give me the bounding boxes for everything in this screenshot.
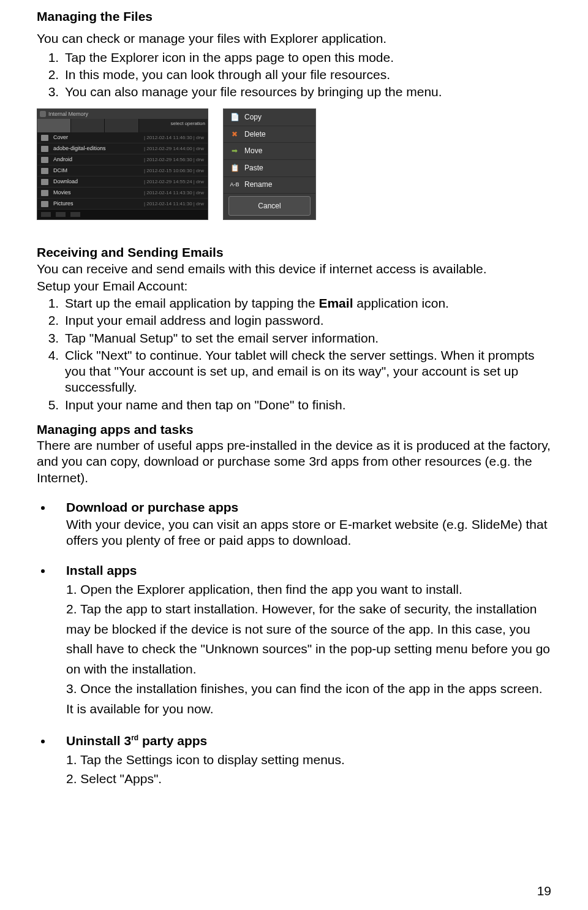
heading-managing-apps: Managing apps and tasks (37, 422, 551, 438)
file-row: Download| 2012-02-29 14:55:24 | drw (37, 176, 208, 188)
explorer-screenshot: Internal Memory select operation Cover| … (37, 108, 208, 220)
list-item: Click "Next" to continue. Your tablet wi… (62, 347, 551, 396)
step: Select "Apps". (80, 772, 162, 786)
menu-item: ✖Delete (224, 126, 315, 143)
list-item: Input your name and then tap on "Done" t… (62, 397, 551, 413)
move-icon: ➡ (230, 146, 239, 156)
menu-item: 📋Paste (224, 160, 315, 177)
heading-managing-files: Managing the Files (37, 9, 551, 25)
file-row: Cover| 2012-02-14 11:46:30 | drw (37, 132, 208, 143)
rename-icon: A-B (230, 180, 239, 190)
list-item: In this mode, you can look through all y… (62, 67, 551, 83)
explorer-header: Internal Memory (48, 111, 88, 118)
sub-heading: Uninstall 3rd party apps (66, 734, 207, 748)
list-item: Start up the email application by tappin… (62, 295, 551, 311)
intro-emails: You can receive and send emails with thi… (37, 261, 551, 277)
setup-label: Setup your Email Account: (37, 278, 551, 294)
step: Tap the app to start installation. Howev… (66, 602, 550, 676)
file-row: Movies| 2012-02-14 11:43:30 | drw (37, 188, 208, 199)
menu-item: ➡Move (224, 143, 315, 160)
email-setup-list: Start up the email application by tappin… (37, 295, 551, 413)
file-row: Pictures| 2012-02-14 11:41:30 | drw (37, 199, 208, 210)
file-row: Android| 2012-02-29 14:56:30 | drw (37, 154, 208, 165)
step: Tap the Settings icon to display setting… (80, 753, 345, 767)
step: Once the installation finishes, you can … (66, 681, 543, 716)
figure-row: Internal Memory select operation Cover| … (37, 108, 551, 220)
sub-heading: Install apps (66, 563, 137, 577)
file-row: DCIM| 2012-02-15 10:06:30 | drw (37, 165, 208, 176)
cancel-button: Cancel (228, 196, 311, 216)
sub-heading: Download or purchase apps (66, 500, 238, 514)
menu-item: A-BRename (224, 177, 315, 194)
bullet-install: Install apps 1. Open the Explorer applic… (53, 563, 551, 729)
paste-icon: 📋 (230, 163, 239, 173)
list-item: Tap "Manual Setup" to set the email serv… (62, 330, 551, 346)
intro-managing-files: You can check or manage your files with … (37, 31, 551, 47)
copy-icon: 📄 (230, 113, 239, 123)
menu-item: 📄Copy (224, 109, 315, 126)
app-sections-list: Download or purchase apps With your devi… (37, 499, 551, 789)
uninstall-steps: 1. Tap the Settings icon to display sett… (66, 750, 551, 789)
context-menu-screenshot: 📄Copy ✖Delete ➡Move 📋Paste A-BRename Can… (223, 108, 316, 220)
heading-emails: Receiving and Sending Emails (37, 245, 551, 260)
sub-body: With your device, you can visit an apps … (66, 517, 551, 549)
install-steps: 1. Open the Explorer application, then f… (66, 580, 551, 719)
bullet-uninstall: Uninstall 3rd party apps 1. Tap the Sett… (53, 733, 551, 789)
explorer-tab-other: select operation (139, 119, 208, 132)
list-item: You can also manage your file resources … (62, 84, 551, 100)
step: Open the Explorer application, then find… (80, 582, 462, 596)
managing-files-list: Tap the Explorer icon in the apps page t… (37, 50, 551, 100)
delete-icon: ✖ (230, 129, 239, 139)
bullet-download: Download or purchase apps With your devi… (53, 499, 551, 559)
list-item: Input your email address and login passw… (62, 313, 551, 328)
page-number: 19 (537, 883, 551, 899)
file-row: adobe-digital-editions| 2012-02-29 14:44… (37, 143, 208, 154)
intro-managing-apps: There are number of useful apps pre-inst… (37, 438, 551, 486)
list-item: Tap the Explorer icon in the apps page t… (62, 50, 551, 66)
